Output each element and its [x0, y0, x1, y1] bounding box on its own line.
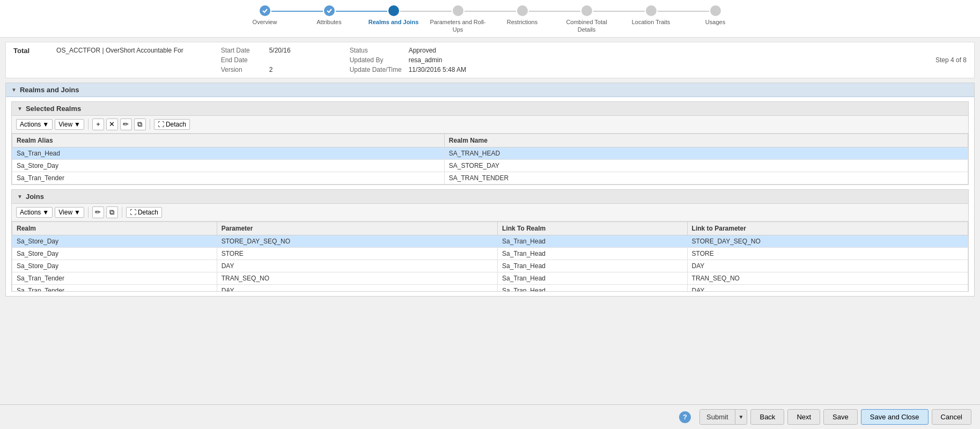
joins-actions-btn[interactable]: Actions ▼: [16, 207, 53, 218]
step-label-params-rollups: Parameters and Roll-Ups: [429, 18, 488, 34]
table-row[interactable]: Sa_Store_Day SA_STORE_DAY: [12, 159, 968, 172]
join-realm-cell: Sa_Store_Day: [12, 235, 217, 247]
joins-table: Realm Parameter Link To Realm Link to Pa…: [12, 221, 968, 291]
collapse-realms-joins-icon[interactable]: ▼: [11, 87, 17, 93]
selected-realms-detach-btn[interactable]: ⛶ Detach: [154, 119, 190, 130]
detach-label: Detach: [166, 121, 186, 128]
actions-dropdown-icon: ▼: [42, 121, 49, 128]
actions-label: Actions: [20, 121, 41, 128]
join-link-to-parameter-cell: DAY: [687, 260, 968, 272]
table-row[interactable]: Sa_Tran_Tender DAY Sa_Tran_Head DAY: [12, 284, 968, 291]
step-circle-params-rollups: [453, 5, 463, 16]
joins-container: ▼ Joins Actions ▼ View ▼ ✏ ⧉: [11, 189, 969, 292]
toolbar-separator-2: [150, 119, 150, 130]
wizard-bar: Overview Attributes Realms and Joins Par…: [0, 0, 980, 38]
delete-row-btn[interactable]: ✕: [106, 119, 118, 130]
wizard-step-usages[interactable]: Usages: [683, 5, 748, 26]
step-indicator: Step 4 of 8: [935, 56, 967, 64]
realm-name-cell: SA_STORE_DAY: [444, 159, 968, 172]
joins-actions-dropdown-icon: ▼: [42, 209, 49, 216]
realm-alias-col-header: Realm Alias: [12, 134, 445, 147]
view-dropdown-icon: ▼: [74, 121, 80, 128]
table-row[interactable]: Sa_Store_Day STORE_DAY_SEQ_NO Sa_Tran_He…: [12, 235, 968, 247]
selected-realms-title: Selected Realms: [26, 105, 81, 113]
join-link-to-parameter-cell: DAY: [687, 284, 968, 291]
collapse-joins-icon[interactable]: ▼: [17, 194, 23, 199]
join-link-to-parameter-cell: STORE: [687, 247, 968, 260]
joins-toolbar-separator-1: [88, 207, 89, 218]
join-realm-cell: Sa_Tran_Tender: [12, 272, 217, 284]
step-label-usages: Usages: [705, 18, 725, 26]
realms-joins-title: ▼ Realms and Joins: [11, 86, 79, 94]
join-link-to-realm-cell: Sa_Tran_Head: [498, 260, 688, 272]
step-label-location-traits: Location Traits: [632, 18, 670, 26]
joins-realm-col-header: Realm: [12, 221, 217, 235]
joins-link-to-parameter-col-header: Link to Parameter: [687, 221, 968, 235]
table-row[interactable]: Sa_Tran_Tender SA_TRAN_TENDER: [12, 172, 968, 184]
joins-actions-label: Actions: [20, 209, 41, 216]
realms-joins-section: ▼ Realms and Joins ▼ Selected Realms Act…: [5, 83, 975, 297]
table-row[interactable]: Sa_Tran_Tender TRAN_SEQ_NO Sa_Tran_Head …: [12, 272, 968, 284]
wizard-step-combined-total[interactable]: Combined Total Details: [555, 5, 619, 34]
realm-alias-cell: Sa_Store_Day: [12, 159, 445, 172]
joins-detach-btn[interactable]: ⛶ Detach: [126, 207, 162, 218]
step-label-combined-total: Combined Total Details: [557, 18, 616, 34]
table-row[interactable]: Sa_Store_Day DAY Sa_Tran_Head DAY: [12, 260, 968, 272]
edit-row-btn[interactable]: ✏: [120, 119, 132, 130]
status-label: Status: [350, 47, 403, 54]
selected-realms-container: ▼ Selected Realms Actions ▼ View ▼ + ✕: [11, 101, 969, 185]
join-parameter-cell: DAY: [217, 260, 497, 272]
detach-icon: ⛶: [158, 121, 164, 128]
step-circle-location-traits: [646, 5, 657, 16]
wizard-step-overview[interactable]: Overview: [233, 5, 297, 26]
step-circle-combined-total: [581, 5, 592, 16]
wizard-step-params-rollups[interactable]: Parameters and Roll-Ups: [426, 5, 490, 34]
selected-realms-actions-btn[interactable]: Actions ▼: [16, 119, 53, 130]
joins-duplicate-btn[interactable]: ⧉: [106, 206, 118, 218]
join-parameter-cell: TRAN_SEQ_NO: [217, 272, 497, 284]
joins-scroll-area[interactable]: Realm Parameter Link To Realm Link to Pa…: [12, 221, 968, 291]
table-row[interactable]: Sa_Store_Day STORE Sa_Tran_Head STORE: [12, 247, 968, 260]
step-circle-overview: [260, 5, 270, 16]
joins-edit-btn[interactable]: ✏: [92, 206, 104, 218]
duplicate-row-btn[interactable]: ⧉: [134, 119, 146, 130]
selected-realms-table: Realm Alias Realm Name Sa_Tran_Head SA_T…: [12, 134, 968, 184]
step-label-restrictions: Restrictions: [507, 18, 537, 26]
joins-detach-icon: ⛶: [130, 209, 136, 216]
joins-view-dropdown-icon: ▼: [74, 209, 80, 216]
join-parameter-cell: STORE: [217, 247, 497, 260]
start-date-label: Start Date: [221, 47, 259, 54]
joins-detach-label: Detach: [138, 209, 158, 216]
joins-title: Joins: [26, 193, 44, 201]
joins-section: ▼ Joins Actions ▼ View ▼ ✏ ⧉: [11, 189, 969, 292]
join-realm-cell: Sa_Store_Day: [12, 247, 217, 260]
table-row[interactable]: Sa_Tran_Head SA_TRAN_HEAD: [12, 147, 968, 159]
wizard-step-restrictions[interactable]: Restrictions: [490, 5, 555, 26]
join-link-to-realm-cell: Sa_Tran_Head: [498, 247, 688, 260]
wizard-step-realms-joins[interactable]: Realms and Joins: [362, 5, 426, 26]
joins-toolbar-separator-2: [122, 207, 122, 218]
join-link-to-realm-cell: Sa_Tran_Head: [498, 235, 688, 247]
joins-view-btn[interactable]: View ▼: [55, 207, 84, 218]
wizard-step-attributes[interactable]: Attributes: [297, 5, 362, 26]
collapse-selected-realms-icon[interactable]: ▼: [17, 106, 23, 112]
selected-realms-view-btn[interactable]: View ▼: [55, 119, 84, 130]
add-row-btn[interactable]: +: [92, 119, 104, 130]
step-circle-attributes: [324, 5, 335, 16]
realm-alias-cell: Sa_Tran_Head: [12, 147, 445, 159]
step-circle-restrictions: [517, 5, 528, 16]
realm-name-cell: SA_TRAN_HEAD: [444, 147, 968, 159]
selected-realms-header: ▼ Selected Realms: [12, 102, 968, 116]
status-value: Approved: [409, 47, 436, 54]
join-parameter-cell: DAY: [217, 284, 497, 291]
total-label: Total: [13, 47, 30, 55]
toolbar-separator-1: [88, 119, 89, 130]
join-link-to-parameter-cell: STORE_DAY_SEQ_NO: [687, 235, 968, 247]
realm-name-col-header: Realm Name: [444, 134, 968, 147]
wizard-step-location-traits[interactable]: Location Traits: [619, 5, 683, 26]
header-dates: Start Date 5/20/16 End Date Version 2: [221, 47, 291, 73]
join-link-to-realm-cell: Sa_Tran_Head: [498, 272, 688, 284]
join-link-to-realm-cell: Sa_Tran_Head: [498, 284, 688, 291]
join-realm-cell: Sa_Tran_Tender: [12, 284, 217, 291]
joins-parameter-col-header: Parameter: [217, 221, 497, 235]
